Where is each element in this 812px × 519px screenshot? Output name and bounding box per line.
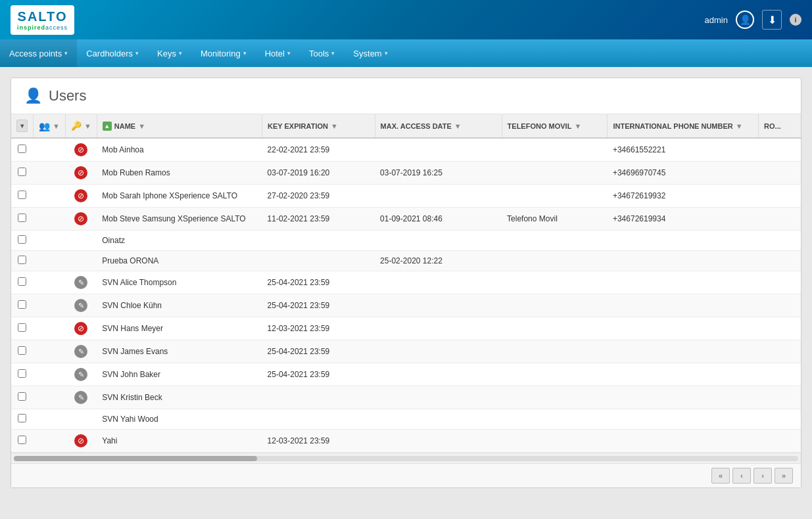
nav-item-monitoring[interactable]: Monitoring ▾ — [191, 39, 256, 67]
row-name-cell: SVN Chloe Kühn — [97, 294, 262, 317]
row-checkbox[interactable] — [18, 436, 26, 444]
nav-item-cardholders[interactable]: Cardholders ▾ — [77, 39, 148, 67]
filter-icon-max-access[interactable]: ▼ — [454, 122, 462, 130]
row-intl-phone-cell — [608, 317, 759, 340]
row-checkbox[interactable] — [18, 145, 26, 153]
page-last-button[interactable]: » — [775, 468, 793, 484]
select-all-dropdown[interactable]: ▾ — [16, 120, 28, 132]
row-checkbox[interactable] — [18, 214, 26, 222]
table-row[interactable]: ✎SVN James Evans25-04-2021 23:59 — [11, 340, 801, 363]
users-table: ▾ 👥 ▼ 🔑 ▼ — [11, 114, 801, 453]
row-key-expiration-cell — [262, 386, 375, 409]
row-status-cell — [65, 231, 97, 251]
blocked-icon: ⊘ — [74, 166, 87, 179]
row-telefono-cell — [502, 294, 608, 317]
row-key-expiration-cell — [262, 251, 375, 271]
page-title-bar: 👤 Users — [11, 78, 801, 114]
row-intl-phone-cell — [608, 409, 759, 430]
row-name-cell: Mob Sarah Iphone XSperience SALTO — [97, 185, 262, 208]
row-telefono-cell — [502, 340, 608, 363]
row-telefono-cell — [502, 251, 608, 271]
main-navbar: Access points ▾ Cardholders ▾ Keys ▾ Mon… — [0, 39, 812, 67]
chevron-down-icon: ▾ — [385, 50, 388, 56]
filter-icon-key[interactable]: ▼ — [84, 122, 91, 130]
row-checkbox[interactable] — [18, 392, 26, 401]
table-row[interactable]: Oinatz — [11, 231, 801, 251]
filter-icon-name[interactable]: ▼ — [138, 122, 145, 130]
table-row[interactable]: Prueba ORONA25-02-2020 12:22 — [11, 251, 801, 271]
nav-item-hotel[interactable]: Hotel ▾ — [256, 39, 300, 67]
table-row[interactable]: SVN Yahi Wood — [11, 409, 801, 430]
row-checkbox[interactable] — [18, 277, 26, 286]
table-row[interactable]: ✎SVN John Baker25-04-2021 23:59 — [11, 363, 801, 386]
row-ro-cell — [759, 363, 801, 386]
users-icon: 👤 — [24, 87, 42, 104]
row-ro-cell — [759, 340, 801, 363]
row-checkbox[interactable] — [18, 323, 26, 332]
page-prev-button[interactable]: ‹ — [732, 468, 751, 484]
table-row[interactable]: ✎SVN Alice Thompson25-04-2021 23:59 — [11, 271, 801, 294]
nav-item-system[interactable]: System ▾ — [344, 39, 396, 67]
row-checkbox[interactable] — [18, 168, 26, 176]
row-checkbox[interactable] — [18, 414, 26, 422]
row-checkbox[interactable] — [18, 235, 26, 244]
filter-icon-telefono[interactable]: ▼ — [574, 122, 581, 130]
nav-item-access-points[interactable]: Access points ▾ — [0, 39, 77, 67]
col-header-telefono: TELEFONO MOVIL ▼ — [502, 114, 608, 138]
page-first-button[interactable]: « — [711, 468, 730, 484]
table-row[interactable]: ⊘Yahi12-03-2021 23:59 — [11, 430, 801, 453]
page-next-button[interactable]: › — [753, 468, 772, 484]
row-checkbox-cell — [11, 317, 34, 340]
row-actions-cell — [34, 409, 66, 430]
col-label-telefono: TELEFONO MOVIL — [508, 122, 572, 130]
info-icon[interactable]: i — [790, 14, 801, 26]
row-intl-phone-cell: +34661552221 — [608, 138, 759, 162]
filter-icon-key-exp[interactable]: ▼ — [331, 122, 338, 130]
row-actions-cell — [34, 386, 66, 409]
row-ro-cell — [759, 162, 801, 185]
row-checkbox[interactable] — [18, 300, 26, 309]
row-actions-cell — [34, 138, 66, 162]
table-row[interactable]: ⊘Mob Sarah Iphone XSperience SALTO27-02-… — [11, 185, 801, 208]
user-profile-icon[interactable]: 👤 — [736, 11, 754, 29]
download-icon[interactable]: ⬇ — [762, 10, 782, 30]
row-key-expiration-cell: 27-02-2020 23:59 — [262, 185, 375, 208]
row-checkbox[interactable] — [18, 256, 26, 264]
row-checkbox[interactable] — [18, 346, 26, 355]
table-row[interactable]: ⊘Mob Ruben Ramos03-07-2019 16:2003-07-20… — [11, 162, 801, 185]
row-telefono-cell — [502, 386, 608, 409]
row-checkbox-cell — [11, 271, 34, 294]
row-intl-phone-cell: +34672619934 — [608, 208, 759, 231]
row-actions-cell — [34, 317, 66, 340]
pagination-bar: « ‹ › » — [11, 463, 801, 487]
table-row[interactable]: ✎SVN Kristin Beck — [11, 386, 801, 409]
filter-icon-intl-phone[interactable]: ▼ — [736, 122, 743, 130]
row-ro-cell — [759, 138, 801, 162]
main-content: 👤 Users ▾ 👥 ▼ — [11, 78, 801, 488]
horizontal-scrollbar[interactable] — [11, 453, 801, 463]
row-max-access-cell: 01-09-2021 08:46 — [375, 208, 502, 231]
row-actions-cell — [34, 162, 66, 185]
sort-asc-icon[interactable]: ▲ — [103, 122, 112, 131]
row-key-expiration-cell — [262, 231, 375, 251]
filter-icon-actions[interactable]: ▼ — [53, 122, 60, 130]
key-icon: ✎ — [74, 368, 87, 381]
row-intl-phone-cell — [608, 386, 759, 409]
row-name-cell: Mob Steve Samsung XSperience SALTO — [97, 208, 262, 231]
nav-item-tools[interactable]: Tools ▾ — [300, 39, 344, 67]
table-row[interactable]: ⊘Mob Ainhoa22-02-2021 23:59+34661552221 — [11, 138, 801, 162]
table-row[interactable]: ✎SVN Chloe Kühn25-04-2021 23:59 — [11, 294, 801, 317]
users-table-container: ▾ 👥 ▼ 🔑 ▼ — [11, 114, 801, 453]
row-actions-cell — [34, 294, 66, 317]
row-checkbox[interactable] — [18, 369, 26, 378]
table-row[interactable]: ⊘SVN Hans Meyer12-03-2021 23:59 — [11, 317, 801, 340]
row-checkbox[interactable] — [18, 191, 26, 199]
nav-item-keys[interactable]: Keys ▾ — [148, 39, 191, 67]
table-row[interactable]: ⊘Mob Steve Samsung XSperience SALTO11-02… — [11, 208, 801, 231]
row-checkbox-cell — [11, 162, 34, 185]
row-intl-phone-cell — [608, 251, 759, 271]
row-status-cell: ⊘ — [65, 138, 97, 162]
scrollbar-thumb[interactable] — [14, 456, 257, 461]
row-name-cell: SVN John Baker — [97, 363, 262, 386]
row-intl-phone-cell — [608, 363, 759, 386]
